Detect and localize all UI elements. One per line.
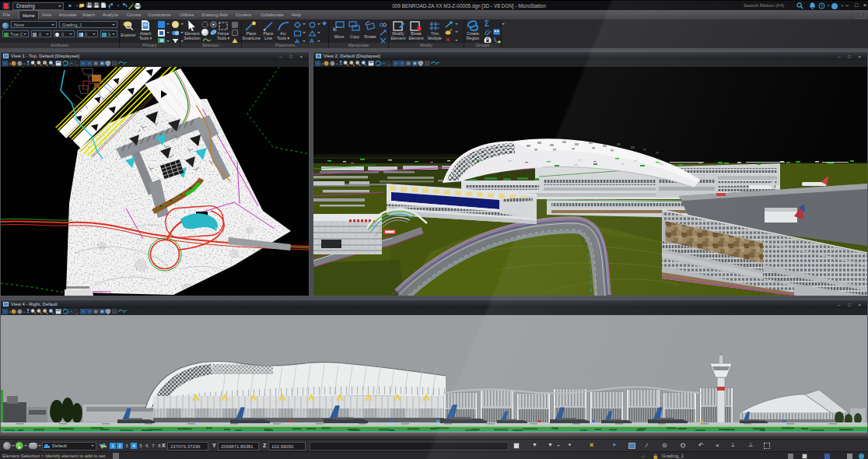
- svg-text:?: ?: [821, 4, 824, 9]
